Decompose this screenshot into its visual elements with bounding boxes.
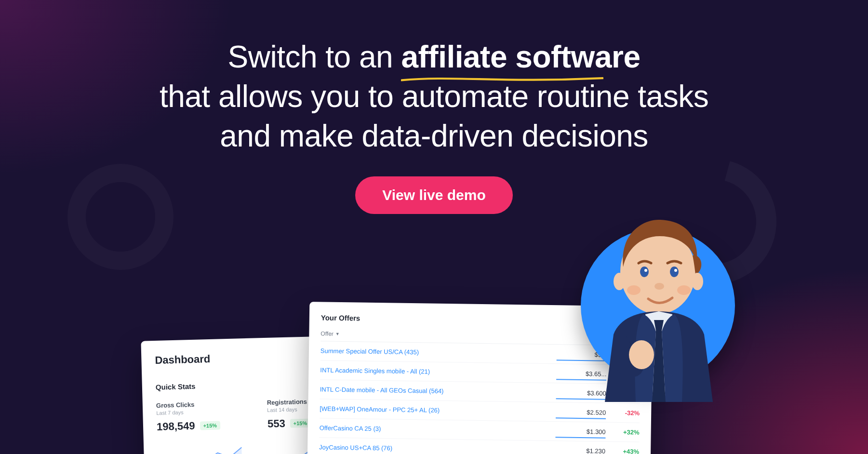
headline-line3: and make data-driven decisions bbox=[220, 119, 648, 153]
offer-revenue: $1.300 bbox=[562, 427, 606, 435]
svg-point-3 bbox=[640, 267, 649, 277]
mascot-illustration-icon bbox=[571, 209, 745, 402]
view-live-demo-button[interactable]: View live demo bbox=[355, 176, 513, 214]
headline-bold: affiliate software bbox=[401, 38, 640, 77]
svg-point-4 bbox=[670, 267, 679, 277]
offer-name: INTL C-Date mobile - All GEOs Casual (56… bbox=[320, 386, 563, 396]
svg-marker-0 bbox=[157, 447, 242, 454]
offer-name: Summer Special Offer US/CA (435) bbox=[320, 347, 563, 358]
offer-revenue: $2.520 bbox=[562, 408, 606, 416]
sparkline-chart-icon bbox=[157, 438, 245, 454]
svg-point-11 bbox=[692, 273, 703, 290]
svg-point-7 bbox=[654, 283, 664, 290]
stat-delta: +15% bbox=[200, 421, 220, 430]
svg-point-8 bbox=[627, 285, 641, 295]
stat-range: Last 7 days bbox=[156, 408, 243, 416]
sort-caret-icon: ▼ bbox=[335, 332, 340, 336]
hero-headline: Switch to an affiliate software that all… bbox=[0, 38, 868, 156]
offer-name: JoyCasino US+CA 85 (76) bbox=[319, 443, 562, 454]
col-header-offer[interactable]: Offer ▼ bbox=[320, 330, 563, 340]
underline-wave-icon bbox=[401, 76, 603, 83]
offers-title: Your Offers bbox=[321, 313, 361, 322]
offer-change: -32% bbox=[606, 409, 640, 417]
dashboard-title: Dashboard bbox=[155, 349, 335, 367]
stat-value: 553 bbox=[267, 417, 285, 430]
headline-line2: that allows you to automate routine task… bbox=[160, 79, 708, 114]
offer-change: +43% bbox=[605, 448, 639, 454]
stat-value: 198,549 bbox=[157, 420, 195, 433]
offer-name: [WEB+WAP] OneAmour - PPC 25+ AL (26) bbox=[320, 405, 562, 415]
svg-point-6 bbox=[674, 269, 677, 272]
offer-revenue: $1.230 bbox=[562, 447, 605, 454]
svg-point-5 bbox=[644, 269, 647, 272]
svg-point-10 bbox=[614, 273, 625, 290]
headline-part1: Switch to an bbox=[228, 40, 401, 74]
offer-change: +32% bbox=[606, 428, 640, 436]
svg-point-9 bbox=[677, 285, 691, 295]
offer-name: OfferCasino CA 25 (3) bbox=[320, 424, 562, 435]
mascot-avatar bbox=[581, 228, 735, 383]
offer-name: INTL Academic Singles mobile - All (21) bbox=[320, 366, 563, 377]
stat-gross-clicks: Gross Clicks Last 7 days 198,549 +15% bbox=[156, 400, 245, 454]
hero-section: Switch to an affiliate software that all… bbox=[0, 0, 868, 214]
